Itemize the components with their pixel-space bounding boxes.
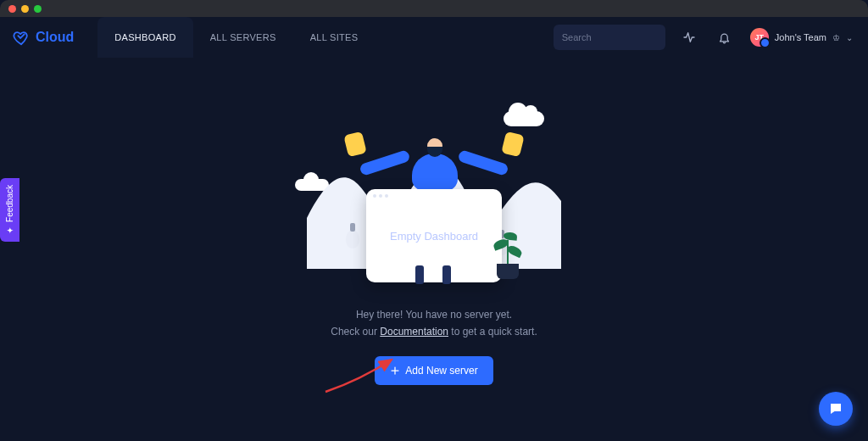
tab-all-sites-label: ALL SITES: [310, 32, 359, 42]
feedback-tab[interactable]: ✦ Feedback: [0, 178, 19, 242]
chat-button[interactable]: [819, 392, 853, 426]
empty-illustration: Empty Dashboard: [307, 104, 561, 299]
team-name: John's Team: [775, 32, 826, 42]
search-box[interactable]: [554, 25, 665, 50]
avatar-initials: JT: [755, 33, 765, 42]
bell-icon[interactable]: [713, 25, 737, 49]
empty-message: Hey there! You have no server yet. Check…: [331, 306, 537, 341]
plant-shape: [488, 228, 527, 279]
empty-line2: Check our Documentation to get a quick s…: [331, 323, 537, 340]
add-new-server-button[interactable]: Add New server: [375, 356, 492, 385]
lightbulb-shape: [346, 230, 359, 248]
top-header: Cloud DASHBOARD ALL SERVERS ALL SITES JT…: [0, 17, 868, 58]
legs-shape: [415, 265, 451, 284]
empty-line1: Hey there! You have no server yet.: [331, 306, 537, 323]
empty-card-title: Empty Dashboard: [390, 230, 478, 243]
window-minimize-dot[interactable]: [21, 5, 29, 13]
avatar: JT: [750, 28, 769, 47]
add-new-server-label: Add New server: [405, 365, 477, 377]
nav-tabs: DASHBOARD ALL SERVERS ALL SITES: [97, 17, 375, 58]
tab-dashboard[interactable]: DASHBOARD: [97, 17, 192, 58]
logo-icon: [12, 28, 31, 47]
window-titlebar: [0, 0, 868, 17]
window-close-dot[interactable]: [8, 5, 16, 13]
tab-all-sites[interactable]: ALL SITES: [293, 17, 376, 58]
brand-name: Cloud: [36, 30, 74, 45]
plus-icon: [390, 366, 400, 376]
documentation-link[interactable]: Documentation: [380, 326, 448, 338]
crown-icon: ♔: [832, 33, 840, 42]
tab-all-servers[interactable]: ALL SERVERS: [193, 17, 293, 58]
feedback-icon: ✦: [5, 226, 14, 235]
activity-icon[interactable]: [677, 25, 701, 49]
tab-dashboard-label: DASHBOARD: [114, 32, 175, 42]
team-switcher[interactable]: JT John's Team ♔ ⌄: [750, 28, 853, 47]
cloud-shape: [504, 111, 544, 126]
chevron-down-icon: ⌄: [846, 33, 853, 42]
feedback-label: Feedback: [5, 185, 14, 222]
brand-logo[interactable]: Cloud: [12, 28, 74, 47]
chat-icon: [828, 401, 843, 416]
main-content: Empty Dashboard Hey there! You have no s…: [0, 58, 868, 441]
window-maximize-dot[interactable]: [34, 5, 42, 13]
search-input[interactable]: [562, 32, 679, 42]
tab-all-servers-label: ALL SERVERS: [210, 32, 276, 42]
